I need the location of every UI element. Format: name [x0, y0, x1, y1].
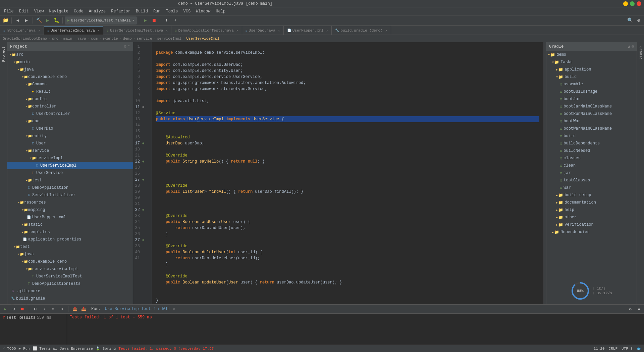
tab-close-buildgradle[interactable]: ✕ [385, 29, 387, 33]
tab-usermapper[interactable]: 📄 UserMapper.xml ✕ [284, 26, 332, 35]
tree-item-controller[interactable]: ▾📁 controller [7, 103, 133, 110]
status-java-enterprise[interactable]: Java Enterprise [60, 347, 93, 351]
run-filter-btn[interactable]: ⏯ [32, 305, 39, 313]
toolbar-git-pull-btn[interactable]: ⬇ [171, 16, 179, 25]
tree-item-usermapper[interactable]: 📄 UserMapper.xml [7, 214, 133, 221]
toolbar-back-btn[interactable]: ◀ [14, 16, 22, 25]
menu-vcs[interactable]: VCS [181, 8, 194, 14]
tree-item-gitignore[interactable]: G .gitignore [7, 288, 133, 295]
gradle-side-label[interactable]: Gradle [639, 46, 643, 60]
breadcrumb-project[interactable]: GradleSpringbootDemo [3, 37, 47, 41]
tree-item-usercontroller[interactable]: C UserController [7, 110, 133, 118]
tree-item-applicationproperties[interactable]: 📄 application.properties [7, 236, 133, 243]
tree-item-config[interactable]: ▸📁 config [7, 95, 133, 103]
gradle-refresh-icon[interactable]: ↺ [628, 44, 630, 49]
toolbar-search-btn[interactable]: 🔍 [626, 16, 634, 25]
tree-item-mapping[interactable]: ▾📁 mapping [7, 206, 133, 214]
gradle-item-documentation[interactable]: ▸📁 documentation [546, 199, 637, 206]
menu-edit[interactable]: Edit [16, 8, 32, 14]
gradle-item-help[interactable]: ▸📁 help [546, 206, 637, 214]
tree-item-demoapplication[interactable]: C DemoApplication [7, 184, 133, 191]
gradle-item-bootjar[interactable]: ⚙ bootJar [546, 95, 637, 103]
run-sort-btn[interactable]: ↕ [41, 305, 48, 313]
tree-item-main[interactable]: ▾📁 main [7, 58, 133, 66]
gradle-item-testclasses[interactable]: ⚙ testClasses [546, 177, 637, 184]
tab-close-userserviceimpl[interactable]: ✕ [98, 29, 100, 33]
tree-item-test-java[interactable]: ▾📁 java [7, 251, 133, 258]
tree-item-result[interactable]: ● Result [7, 88, 133, 95]
run-stop-btn[interactable]: ⏹ [19, 305, 26, 313]
tree-item-userserviceimpl[interactable]: C UserServiceImpl [7, 162, 133, 169]
run-rerun-btn[interactable]: ↺ [10, 305, 17, 313]
run-import-btn[interactable]: 📥 [80, 305, 87, 313]
breadcrumb-userserviceimpl[interactable]: UserServiceImpl [186, 37, 219, 41]
tree-item-userdao[interactable]: C UserDao [7, 125, 133, 132]
tree-item-resources[interactable]: ▾📁 resources [7, 199, 133, 206]
tree-item-test-comexampledemo[interactable]: ▾📁 com.example.demo [7, 258, 133, 265]
menu-window[interactable]: Window [193, 8, 213, 14]
menu-code[interactable]: Code [71, 8, 86, 14]
status-run[interactable]: ▶ Run [19, 346, 30, 351]
run-export-btn[interactable]: 📤 [71, 305, 78, 313]
menu-help[interactable]: Help [213, 8, 228, 14]
minimize-btn[interactable] [623, 1, 628, 6]
gradle-item-buildneeded[interactable]: ⚙ buildNeeded [546, 147, 637, 155]
gradle-item-bootwar[interactable]: ⚙ bootWar [546, 118, 637, 125]
toolbar-forward-btn[interactable]: ▶ [22, 16, 31, 25]
breadcrumb-service[interactable]: service [137, 37, 152, 41]
gradle-item-demo[interactable]: ▾📁 demo [546, 51, 637, 58]
tab-userserviceimpl[interactable]: ☕ UserServiceImpl.java ✕ [44, 26, 103, 35]
breadcrumb-example[interactable]: example [103, 37, 118, 41]
tree-item-serviceimpl-folder[interactable]: ▾📁 serviceImpl [7, 155, 133, 162]
status-crlf[interactable]: CRLF [609, 347, 618, 351]
tree-item-userservice[interactable]: I UserService [7, 169, 133, 177]
maximize-btn[interactable] [630, 1, 635, 6]
tree-item-templates[interactable]: ▸📁 templates [7, 228, 133, 236]
tree-item-userserviceimpltest[interactable]: T UserServiceImplTest [7, 273, 133, 280]
menu-build[interactable]: Build [133, 8, 151, 14]
run-collapse-btn[interactable]: ⊖ [58, 305, 65, 313]
tree-item-buildgradle[interactable]: 🔧 build.gradle [7, 295, 133, 302]
code-editor[interactable]: package com.example.demo.service.service… [152, 42, 543, 304]
tree-item-comexampledemo[interactable]: ▾📁 com.example.demo [7, 73, 133, 81]
menu-navigate[interactable]: Navigate [46, 8, 71, 14]
menu-tools[interactable]: Tools [163, 8, 181, 14]
gradle-item-bootwarmainclassname[interactable]: ⚙ bootWarMainClassName [546, 125, 637, 132]
tree-item-demoapplicationtests[interactable]: T DemoApplicationTests [7, 280, 133, 288]
toolbar-stop-btn[interactable]: ⏹ [150, 16, 158, 25]
tree-item-service[interactable]: ▾📁 service [7, 147, 133, 155]
gradle-item-build-folder[interactable]: ▾📁 build [546, 73, 637, 81]
tab-demoapplicationtests[interactable]: ☕ DemoApplicationTests.java ✕ [171, 26, 242, 35]
tab-controller[interactable]: ☕ ntroller.java ✕ [0, 26, 44, 35]
tree-item-test-folder[interactable]: ▸📁 test [7, 177, 133, 184]
toolbar-run-btn[interactable]: ▶ [44, 16, 52, 25]
tab-close-demoapplicationtests[interactable]: ✕ [236, 29, 238, 33]
gradle-item-jar[interactable]: ⚙ jar [546, 169, 637, 177]
breadcrumb-com[interactable]: com [91, 37, 98, 41]
run-expand-btn[interactable]: ⊕ [49, 305, 57, 313]
project-side-label[interactable]: Project [2, 46, 6, 62]
gradle-item-assemble[interactable]: ⚙ assemble [546, 81, 637, 88]
run-config-selector[interactable]: ▶ UserServiceImplTest.findAll ▾ [65, 16, 137, 25]
tree-item-user[interactable]: C User [7, 140, 133, 147]
toolbar-build-btn[interactable]: 🔨 [35, 16, 43, 25]
tree-item-servletinitializer[interactable]: C ServletInitializer [7, 191, 133, 199]
tab-userdao[interactable]: ☕ UserDao.java ✕ [242, 26, 284, 35]
tree-item-service-serviceimpl[interactable]: ▾📁 service.serviceImpl [7, 265, 133, 273]
breadcrumb-src[interactable]: src [52, 37, 59, 41]
tab-close-userdao[interactable]: ✕ [278, 29, 280, 33]
tab-buildgradle[interactable]: 🔧 build.gradle (demo) ✕ [332, 26, 391, 35]
status-terminal[interactable]: ⬜ Terminal [33, 346, 57, 351]
breadcrumb-java[interactable]: java [77, 37, 86, 41]
tree-item-src[interactable]: ▾📁 src [7, 51, 133, 58]
gradle-item-other[interactable]: ▸📁 other [546, 214, 637, 221]
breadcrumb-main[interactable]: main [63, 37, 72, 41]
menu-refactor[interactable]: Refactor [108, 8, 133, 14]
sort-icon[interactable]: ↕ [128, 44, 130, 49]
gradle-item-build-task[interactable]: ⚙ build [546, 132, 637, 140]
gradle-item-dependencies[interactable]: ▸📁 Dependencies [546, 228, 637, 236]
gradle-item-verification[interactable]: ▸📁 verification [546, 221, 637, 228]
tab-close-usermapper[interactable]: ✕ [326, 29, 328, 33]
close-btn[interactable] [637, 1, 641, 6]
run-maximize-btn[interactable]: ▲ [635, 305, 643, 313]
